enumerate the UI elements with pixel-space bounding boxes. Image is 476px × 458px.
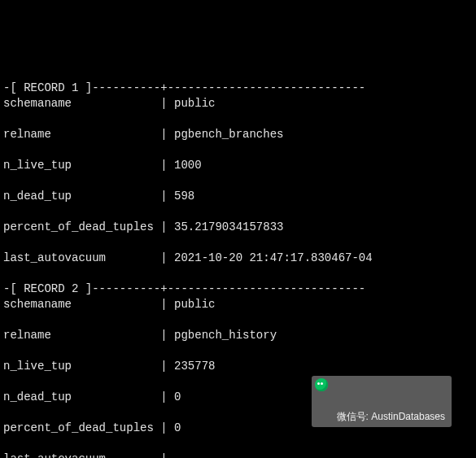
field-value: 598 [174, 190, 194, 203]
field-label: last_autovacuum [3, 451, 160, 458]
field-value: public [174, 97, 215, 110]
record-separator: -[ RECORD 2 ]----------+----------------… [3, 282, 365, 295]
row-relname: relname| pgbench_branches [3, 127, 473, 142]
row-schemaname: schemaname| public [3, 297, 473, 312]
field-label: schemaname [3, 96, 160, 111]
row-relname: relname| pgbench_history [3, 328, 473, 343]
field-value: pgbench_branches [174, 128, 283, 141]
field-label: percent_of_dead_tuples [3, 421, 160, 436]
field-value: 0 [174, 421, 181, 434]
field-label: relname [3, 328, 160, 343]
wechat-watermark: 微信号: AustinDatabases [312, 376, 452, 427]
row-n-dead-tup: n_dead_tup| 598 [3, 189, 473, 204]
field-value: 0 [174, 390, 181, 403]
pipe-separator: | [160, 298, 174, 311]
pipe-separator: | [160, 452, 174, 458]
field-label: n_live_tup [3, 158, 160, 173]
pipe-separator: | [160, 97, 174, 110]
pipe-separator: | [160, 390, 174, 403]
record-separator: -[ RECORD 1 ]----------+----------------… [3, 81, 365, 94]
field-value: 235778 [174, 360, 215, 373]
row-schemaname: schemaname| public [3, 96, 473, 111]
field-label: n_dead_tup [3, 189, 160, 204]
field-label: n_dead_tup [3, 390, 160, 405]
field-label: n_live_tup [3, 359, 160, 374]
field-label: last_autovacuum [3, 251, 160, 266]
row-n-live-tup: n_live_tup| 235778 [3, 359, 473, 374]
field-value: 35.2179034157833 [174, 220, 283, 233]
row-last-autovacuum: last_autovacuum| [3, 451, 473, 458]
pipe-separator: | [160, 190, 174, 203]
field-value: public [174, 298, 215, 311]
pipe-separator: | [160, 220, 174, 233]
field-value: 1000 [174, 159, 202, 172]
row-percent-dead: percent_of_dead_tuples| 35.2179034157833 [3, 220, 473, 235]
pipe-separator: | [160, 251, 174, 264]
field-label: relname [3, 127, 160, 142]
pipe-separator: | [160, 329, 174, 342]
pipe-separator: | [160, 421, 174, 434]
watermark-text: 微信号: AustinDatabases [337, 411, 445, 422]
pipe-separator: | [160, 159, 174, 172]
row-last-autovacuum: last_autovacuum| 2021-10-20 21:47:17.830… [3, 251, 473, 266]
field-value: pgbench_history [174, 329, 277, 342]
pipe-separator: | [160, 360, 174, 373]
field-label: percent_of_dead_tuples [3, 220, 160, 235]
row-n-live-tup: n_live_tup| 1000 [3, 158, 473, 173]
field-value: 2021-10-20 21:47:17.830467-04 [174, 251, 373, 264]
pipe-separator: | [160, 128, 174, 141]
field-label: schemaname [3, 297, 160, 312]
